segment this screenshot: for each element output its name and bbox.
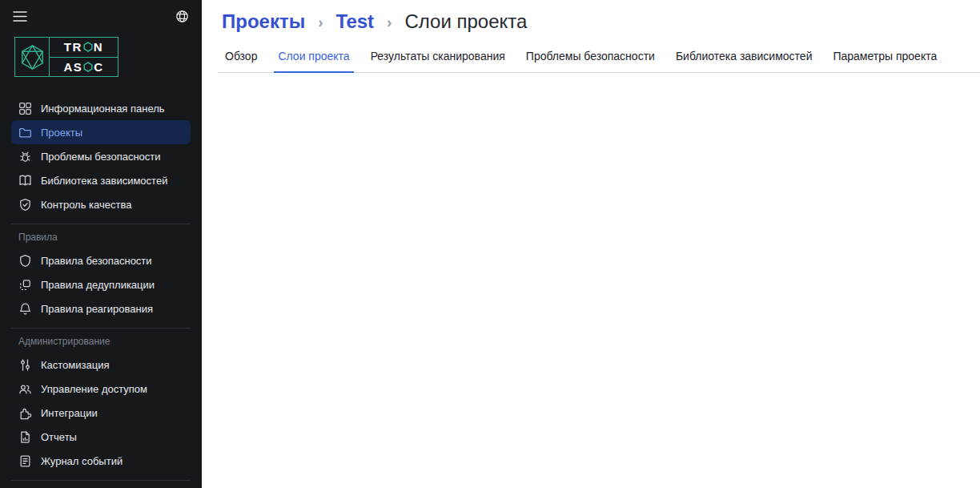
sidebar-item-label: Правила дедупликации (41, 279, 155, 291)
divider (11, 328, 191, 329)
hexagon-o-icon (83, 42, 93, 52)
sidebar-item-label: Проекты (41, 127, 82, 139)
bug-icon (18, 150, 32, 163)
sliders-icon (18, 358, 32, 372)
main-content: Проекты › Test › Слои проекта Обзор Слои… (202, 0, 980, 488)
divider (11, 480, 191, 481)
sidebar-item-quality-control[interactable]: Контроль качества (11, 192, 191, 216)
section-heading-admin: Администрирование (18, 336, 202, 347)
folder-icon (18, 126, 32, 139)
tab-project-layers[interactable]: Слои проекта (276, 50, 351, 72)
sidebar-item-customization[interactable]: Кастомизация (11, 353, 191, 377)
users-icon (18, 382, 32, 396)
book-icon (18, 174, 32, 188)
sidebar-item-label: Правила безопасности (41, 255, 152, 267)
sidebar-item-label: Информационная панель (41, 103, 165, 115)
sidebar-item-label: Библиотека зависимостей (41, 175, 167, 187)
sidebar-item-label: Контроль качества (41, 199, 131, 211)
sidebar-item-security-rules[interactable]: Правила безопасности (11, 248, 191, 272)
sidebar-item-access-management[interactable]: Управление доступом (11, 377, 191, 401)
sidebar-item-reports[interactable]: Отчеты (11, 425, 191, 449)
divider (11, 224, 191, 224)
sidebar-item-label: Журнал событий (41, 455, 122, 467)
brand-line2: AS C (50, 57, 118, 77)
cube-logo-icon (15, 38, 50, 76)
sidebar-nav: Информационная панель Проекты (0, 96, 202, 488)
tab-dependency-library[interactable]: Библиотека зависимостей (674, 50, 814, 72)
app-window: TR N AS C Информацион (0, 0, 980, 488)
sidebar-item-dependency-library[interactable]: Библиотека зависимостей (11, 168, 191, 192)
sidebar-item-label: Кастомизация (41, 359, 109, 371)
brand-line1: TR N (50, 38, 118, 57)
sidebar-item-label: Правила реагирования (41, 303, 153, 315)
sidebar-item-label: Интеграции (41, 407, 98, 419)
breadcrumb-project-link[interactable]: Test (336, 10, 375, 33)
sidebar-item-dedup-rules[interactable]: Правила дедупликации (11, 272, 191, 296)
sidebar-item-integrations[interactable]: Интеграции (11, 401, 191, 425)
breadcrumb-projects-link[interactable]: Проекты (222, 10, 305, 33)
page-title: Слои проекта (404, 10, 527, 33)
breadcrumb-separator: › (318, 12, 323, 31)
globe-icon[interactable] (175, 10, 189, 23)
shield-check-icon (18, 198, 32, 212)
shield-icon (18, 254, 32, 268)
brand-logo-text: TR N AS C (50, 38, 118, 76)
sidebar-item-dashboard[interactable]: Информационная панель (11, 96, 191, 120)
section-heading-rules: Правила (18, 232, 202, 243)
duplicate-icon (18, 278, 32, 292)
puzzle-icon (18, 406, 32, 420)
sidebar-item-label: Отчеты (41, 431, 77, 443)
sidebar-item-response-rules[interactable]: Правила реагирования (11, 296, 191, 321)
tab-bar: Обзор Слои проекта Результаты сканирован… (218, 50, 980, 73)
hamburger-menu-icon[interactable] (13, 10, 27, 22)
sidebar: TR N AS C Информацион (0, 0, 202, 488)
sidebar-item-security-issues[interactable]: Проблемы безопасности (11, 144, 191, 168)
tab-project-settings[interactable]: Параметры проекта (831, 50, 938, 72)
dashboard-icon (18, 102, 32, 115)
tab-scan-results[interactable]: Результаты сканирования (369, 50, 507, 72)
hexagon-o-icon (83, 62, 93, 72)
tab-overview[interactable]: Обзор (223, 50, 259, 72)
sidebar-topbar (0, 0, 202, 23)
brand-logo: TR N AS C (14, 37, 118, 77)
breadcrumb-separator: › (387, 12, 392, 31)
sidebar-item-label: Проблемы безопасности (41, 151, 161, 163)
sidebar-item-event-log[interactable]: Журнал событий (11, 449, 191, 473)
bell-icon (18, 302, 32, 316)
tab-security-issues[interactable]: Проблемы безопасности (524, 50, 657, 72)
report-icon (18, 430, 32, 444)
journal-icon (18, 454, 32, 468)
breadcrumb: Проекты › Test › Слои проекта (202, 0, 980, 33)
sidebar-item-projects[interactable]: Проекты (11, 120, 191, 144)
sidebar-item-label: Управление доступом (41, 383, 147, 395)
